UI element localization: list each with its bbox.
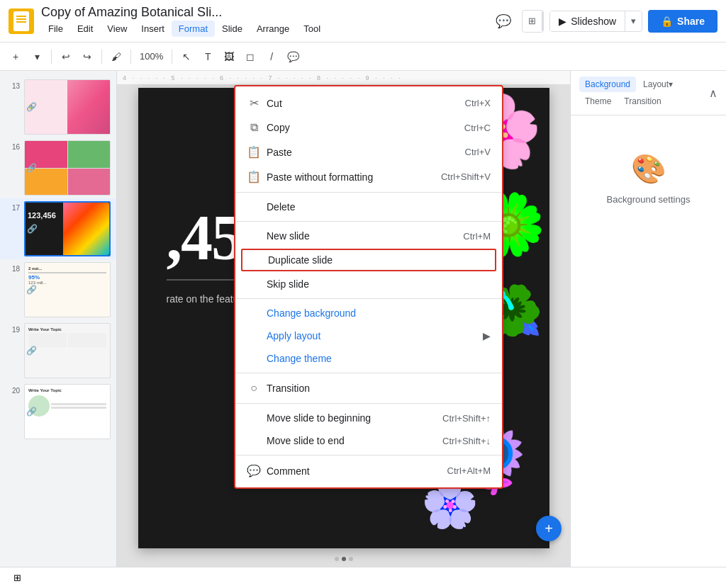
add-slide-button[interactable]: + <box>536 516 562 541</box>
right-panel-header: Background Layout▾ Theme Transition ∧ <box>571 71 726 115</box>
ctx-paste-no-format[interactable]: 📋 Paste without formatting Ctrl+Shift+V <box>235 164 502 189</box>
ctx-paste-no-format-shortcut: Ctrl+Shift+V <box>441 171 491 182</box>
add-button[interactable]: + <box>6 47 26 67</box>
ctx-comment-label: Comment <box>267 465 310 477</box>
ctx-comment[interactable]: 💬 Comment Ctrl+Alt+M <box>235 458 502 483</box>
slide-item-13[interactable]: 13 ✋ 🔗 <box>0 77 116 137</box>
ctx-delete[interactable]: Delete <box>235 196 502 218</box>
ctx-move-beginning[interactable]: Move slide to beginning Ctrl+Shift+↑ <box>235 407 502 429</box>
tab-transition[interactable]: Transition <box>618 94 666 109</box>
share-button[interactable]: 🔒 Share <box>648 10 717 33</box>
slides-panel: 13 ✋ 🔗 16 🔗 <box>0 71 117 567</box>
ctx-change-background-label: Change background <box>267 307 356 319</box>
horizontal-ruler: 4 · · · · · 5 · · · · · 6 · · · · · 7 · … <box>117 71 570 85</box>
slide-number-18: 18 <box>6 265 20 273</box>
right-panel-close[interactable]: ∧ <box>709 86 717 100</box>
slide-number-20: 20 <box>6 387 20 395</box>
ctx-duplicate-slide-label: Duplicate slide <box>268 254 333 266</box>
ctx-skip-slide[interactable]: Skip slide <box>235 273 502 295</box>
apply-layout-arrow: ▶ <box>483 330 491 341</box>
present-expand-icon: ⊞ <box>528 16 536 26</box>
menu-arrange[interactable]: Arrange <box>250 21 296 37</box>
ctx-change-background[interactable]: Change background <box>235 302 502 324</box>
menu-insert[interactable]: Insert <box>134 21 172 37</box>
comment-button[interactable]: 💬 <box>491 9 516 34</box>
zoom-button[interactable]: 100% <box>135 47 167 67</box>
ctx-transition-label: Transition <box>267 383 310 394</box>
shape-tool[interactable]: ◻ <box>240 47 260 67</box>
menu-file[interactable]: File <box>41 21 70 37</box>
app-logo <box>9 9 34 34</box>
slide-link-19: 🔗 <box>26 346 37 356</box>
slide-link-16: 🔗 <box>26 163 37 173</box>
menu-slide[interactable]: Slide <box>215 21 250 37</box>
paste-no-format-icon: 📋 <box>247 170 261 183</box>
ctx-copy[interactable]: ⧉ Copy Ctrl+C <box>235 115 502 140</box>
ctx-copy-label: Copy <box>267 122 290 133</box>
comment-tool[interactable]: 💬 <box>283 47 303 67</box>
ctx-separator-6 <box>235 455 502 456</box>
slide-link-13: 🔗 <box>26 102 37 112</box>
ctx-new-slide-shortcut: Ctrl+M <box>463 231 491 242</box>
grid-view-button[interactable]: ⊞ <box>9 570 26 587</box>
ctx-new-slide[interactable]: New slide Ctrl+M <box>235 225 502 247</box>
slide-thumb-16: 🔗 <box>24 140 111 196</box>
line-tool[interactable]: / <box>262 47 281 67</box>
slide-thumb-20: Write Your Topic 🔗 <box>24 384 111 439</box>
ctx-paste-no-format-label: Paste without formatting <box>267 171 373 183</box>
ctx-paste[interactable]: 📋 Paste Ctrl+V <box>235 140 502 164</box>
undo-button[interactable]: ↩ <box>56 47 76 67</box>
background-placeholder-text: Background settings <box>579 194 717 205</box>
title-bar: Copy of Amazing Botanical Sli... File Ed… <box>0 0 726 43</box>
slide-item-18[interactable]: 18 2 out... 95% 123 mill... 🔗 <box>0 259 116 320</box>
right-panel-placeholder: 🎨 Background settings <box>579 152 717 205</box>
present-expand-button[interactable]: ⊞ <box>523 11 542 30</box>
ctx-apply-layout[interactable]: Apply layout ▶ <box>235 324 502 347</box>
slideshow-button[interactable]: ▶ Slideshow ▾ <box>549 11 642 32</box>
text-tool[interactable]: T <box>198 47 218 67</box>
menu-tool[interactable]: Tool <box>296 21 328 37</box>
ctx-transition[interactable]: ○ Transition <box>235 376 502 400</box>
menu-view[interactable]: View <box>100 21 134 37</box>
scroll-dot-1 <box>335 557 339 561</box>
slide-item-17[interactable]: 17 123,456 🔗 <box>0 198 116 259</box>
bottom-left: ⊞ <box>9 570 26 587</box>
ruler-marks: 4 · · · · · 5 · · · · · 6 · · · · · 7 · … <box>123 74 403 81</box>
ctx-new-slide-label: New slide <box>267 230 310 242</box>
ctx-cut[interactable]: ✂ Cut Ctrl+X <box>235 91 502 115</box>
tab-layout[interactable]: Layout▾ <box>637 77 678 92</box>
menu-format[interactable]: Format <box>172 21 215 37</box>
right-panel-tabs: Background Layout▾ Theme Transition <box>579 77 709 109</box>
ctx-change-theme-label: Change theme <box>267 353 332 364</box>
background-preview-icon: 🎨 <box>579 152 717 186</box>
context-menu: ✂ Cut Ctrl+X ⧉ Copy Ctrl+C 📋 Paste C <box>234 85 503 489</box>
ctx-move-beginning-shortcut: Ctrl+Shift+↑ <box>442 413 491 424</box>
ctx-cut-label: Cut <box>267 98 282 109</box>
toolbar-separator-1 <box>51 50 52 64</box>
slide-item-19[interactable]: 19 Write Your Topic 🔗 <box>0 320 116 381</box>
paste-icon: 📋 <box>247 145 261 159</box>
slide-item-20[interactable]: 20 Write Your Topic 🔗 <box>0 381 116 442</box>
scroll-dots <box>333 557 354 561</box>
tab-background[interactable]: Background <box>579 77 636 92</box>
slideshow-dropdown-button[interactable]: ▾ <box>625 11 642 30</box>
ctx-duplicate-slide[interactable]: Duplicate slide ↖ <box>241 249 496 271</box>
scroll-dot-3 <box>349 557 353 561</box>
ctx-cut-shortcut: Ctrl+X <box>465 98 491 108</box>
tab-theme[interactable]: Theme <box>579 94 617 109</box>
slide-item-16[interactable]: 16 🔗 <box>0 137 116 198</box>
image-tool[interactable]: 🖼 <box>219 47 239 67</box>
ctx-apply-layout-label: Apply layout <box>267 330 320 341</box>
menu-edit[interactable]: Edit <box>70 21 100 37</box>
redo-button[interactable]: ↪ <box>77 47 97 67</box>
toolbar: + ▾ ↩ ↪ 🖌 100% ↖ T 🖼 ◻ / 💬 <box>0 43 726 71</box>
ctx-copy-shortcut: Ctrl+C <box>464 123 491 133</box>
cursor-tool[interactable]: ↖ <box>177 47 196 67</box>
add-dropdown-button[interactable]: ▾ <box>27 47 47 67</box>
toolbar-separator-3 <box>130 50 131 64</box>
paint-format-button[interactable]: 🖌 <box>106 47 126 67</box>
slide-link-18: 🔗 <box>26 285 37 295</box>
ctx-change-theme[interactable]: Change theme <box>235 347 502 370</box>
ctx-separator-2 <box>235 221 502 222</box>
ctx-move-end[interactable]: Move slide to end Ctrl+Shift+↓ <box>235 429 502 452</box>
